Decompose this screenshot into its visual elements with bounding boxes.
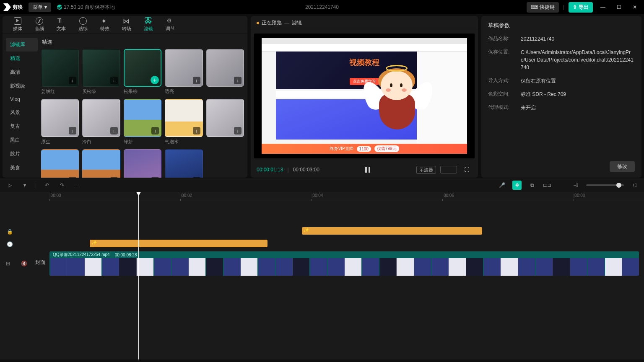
pause-button[interactable] <box>362 165 373 174</box>
tab-media[interactable]: 媒体 <box>7 17 29 32</box>
zoom-in-button[interactable]: +⃝ <box>630 181 639 190</box>
filter-card[interactable] <box>124 149 161 178</box>
minimize-button[interactable]: — <box>597 1 609 13</box>
video-clip[interactable]: QQ录屏20211224172254.mp4 00:00:08:28 <box>49 251 639 276</box>
prop-val: 未开启 <box>521 104 635 111</box>
prop-val: 标准 SDR - Rec.709 <box>521 90 635 98</box>
filter-name: 透亮 <box>165 87 203 95</box>
asset-panel: 媒体 音频 文本 贴纸 特效 转场 滤镜 调节 滤镜库 精选高清影视级Vlog风… <box>3 16 247 178</box>
tab-transition[interactable]: 转场 <box>116 17 138 32</box>
magnet-button[interactable]: ❖ <box>512 181 522 190</box>
download-icon[interactable] <box>193 127 200 134</box>
download-icon[interactable] <box>234 127 242 134</box>
filter-name: 绿妍 <box>124 137 161 145</box>
mic-button[interactable]: 🎤 <box>497 181 506 190</box>
redo-button[interactable]: ↷ <box>57 181 67 190</box>
ratio-selector[interactable] <box>440 166 457 173</box>
tab-label: 文本 <box>57 26 66 32</box>
tab-adjust[interactable]: 调节 <box>159 17 181 32</box>
prop-row: 导入方式: 保留在原有位置 <box>488 77 635 85</box>
effect-clip-2[interactable]: ✨ <box>302 227 482 235</box>
menu-label: 菜单 <box>33 4 43 11</box>
tab-audio[interactable]: 音频 <box>29 17 50 32</box>
category-item[interactable]: 美食 <box>3 161 41 175</box>
timeline[interactable]: |00:00|00:02|00:04|00:06|00:08 🔒 🕘 ⊞ 🔇 封… <box>0 192 644 359</box>
download-icon[interactable] <box>110 77 118 84</box>
pointer-tool[interactable]: ▷ <box>5 181 14 190</box>
filter-card[interactable]: 原生 <box>41 99 79 145</box>
zoom-slider[interactable] <box>586 184 624 186</box>
download-icon[interactable] <box>193 77 200 84</box>
category-item[interactable]: 高清 <box>3 65 41 79</box>
playhead[interactable] <box>138 192 139 359</box>
add-icon[interactable]: + <box>151 76 159 84</box>
preview-controls: 00:00:01:13 | 00:00:03:00 示波器 ⛶ <box>251 162 478 178</box>
fullscreen-button[interactable]: ⛶ <box>461 165 472 174</box>
category-item[interactable]: 影视级 <box>3 79 41 93</box>
category-item[interactable]: 复古 <box>3 119 41 133</box>
undo-button[interactable]: ↶ <box>42 181 52 190</box>
pointer-dropdown[interactable]: ▾ <box>20 181 29 190</box>
download-icon[interactable] <box>110 127 118 134</box>
preview-cut-button[interactable]: ⊏⊐ <box>543 181 552 190</box>
filter-card[interactable]: 气泡水 <box>165 99 203 145</box>
cover-button[interactable]: 封面 <box>35 259 45 266</box>
filter-card[interactable] <box>206 49 244 95</box>
maximize-button[interactable]: ☐ <box>613 1 625 13</box>
filter-grid: 姜饼红 贝松绿 + 松果棕 透亮 原生 <box>41 49 244 178</box>
filter-card[interactable]: + 松果棕 <box>124 49 161 95</box>
prop-row: 保存位置: C:/Users/Administrator/AppData/Loc… <box>488 49 635 71</box>
shortcuts-button[interactable]: ⌨ 快捷键 <box>527 2 559 13</box>
tab-filter[interactable]: 滤镜 <box>138 17 159 32</box>
zoom-out-button[interactable]: −⃝ <box>571 181 580 190</box>
expand-icon[interactable]: ⊞ <box>4 260 12 267</box>
filter-library[interactable]: 滤镜库 <box>6 38 38 52</box>
category-item[interactable]: 胶片 <box>3 147 41 161</box>
category-item[interactable]: 风景 <box>3 106 41 119</box>
close-button[interactable]: ✕ <box>629 1 641 13</box>
mute-icon[interactable]: 🔇 <box>20 260 28 267</box>
lock-icon[interactable]: 🔒 <box>6 228 13 235</box>
split-tool[interactable]: ⫟ <box>73 181 82 190</box>
filter-card[interactable]: 姜饼红 <box>41 49 79 95</box>
scope-button[interactable]: 示波器 <box>416 166 436 174</box>
clock-icon[interactable]: 🕘 <box>6 240 13 248</box>
filter-card[interactable]: 透亮 <box>165 49 203 95</box>
modify-button[interactable]: 修改 <box>610 161 635 172</box>
filter-thumb <box>165 99 203 137</box>
filter-card[interactable]: 绿妍 <box>124 99 161 145</box>
tab-label: 调节 <box>166 26 175 32</box>
category-item[interactable]: 黑白 <box>3 133 41 147</box>
preview-viewport[interactable]: 视频教程点击免费学习 终身VIP直降 1100 仅需799元 <box>254 34 475 158</box>
export-label: 导出 <box>579 4 589 11</box>
tab-sticker[interactable]: 贴纸 <box>72 17 94 32</box>
link-button[interactable]: ⧉ <box>527 181 537 190</box>
category-item[interactable]: Vlog <box>3 93 41 106</box>
export-button[interactable]: ⇧ 导出 <box>569 2 593 13</box>
filter-thumb <box>82 99 120 137</box>
prop-key: 代理模式: <box>488 104 513 111</box>
download-icon[interactable] <box>69 77 76 84</box>
tab-effect[interactable]: 特效 <box>94 17 116 32</box>
filter-card[interactable] <box>206 99 244 145</box>
effect-clip-1[interactable]: ✨ <box>90 240 267 247</box>
download-icon[interactable] <box>151 127 159 134</box>
tab-text[interactable]: 文本 <box>50 17 72 32</box>
download-icon[interactable] <box>110 177 118 178</box>
filter-card[interactable] <box>41 149 79 178</box>
download-icon[interactable] <box>69 127 76 134</box>
menu-button[interactable]: 菜单 ▾ <box>29 3 51 12</box>
download-icon[interactable] <box>69 177 76 178</box>
filter-card[interactable]: 贝松绿 <box>82 49 120 95</box>
filter-name <box>206 87 244 88</box>
properties-panel: 草稿参数 作品名称: 202112241740 保存位置: C:/Users/A… <box>481 16 641 178</box>
upload-icon: ⇧ <box>573 4 577 10</box>
download-icon[interactable] <box>193 177 200 178</box>
filter-card[interactable]: 冷白 <box>82 99 120 145</box>
filter-card[interactable] <box>165 149 203 178</box>
category-item[interactable]: 精选 <box>3 52 41 65</box>
download-icon[interactable] <box>151 177 159 178</box>
download-icon[interactable] <box>234 77 242 84</box>
filter-card[interactable] <box>82 149 120 178</box>
check-icon <box>57 5 62 10</box>
